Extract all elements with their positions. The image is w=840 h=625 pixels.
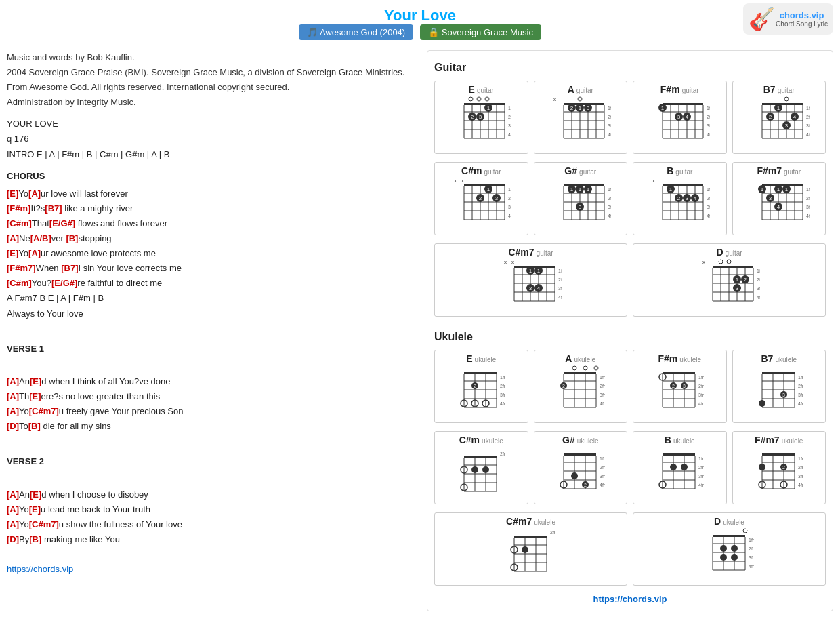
chord-v1-E2[interactable]: [E] (29, 391, 41, 401)
chord-v1-A[interactable]: [A] (7, 376, 19, 386)
verse1-line-1: [A]An[E]d when I think of all You?ve don… (7, 374, 420, 389)
chord-A2[interactable]: [A] (7, 233, 19, 243)
uke-chord-type-Csm: ukulele (482, 437, 503, 445)
svg-text:4fr: 4fr (698, 401, 705, 406)
chorus-line-3: [C#m]That[E/G#] flows and flows forever (7, 216, 420, 231)
svg-text:4: 4 (686, 114, 689, 120)
chord-v1-E[interactable]: [E] (30, 376, 41, 386)
uke-chord-name-A: A (565, 353, 572, 364)
verse2-section: VERSE 2 [A]An[E]d when I choose to disob… (7, 454, 420, 547)
chord-diagram-Csm7-ukulele: 2fr (501, 527, 562, 581)
svg-text:2: 2 (584, 483, 587, 487)
chord-Csm[interactable]: [C#m] (7, 218, 32, 228)
svg-text:2fr: 2fr (806, 196, 810, 201)
svg-point-319 (482, 466, 489, 473)
svg-point-385 (743, 529, 747, 533)
chord-v2-A[interactable]: [A] (7, 489, 19, 500)
chord-EG[interactable]: [E/G#] (49, 218, 75, 228)
chord-A3[interactable]: [A] (28, 248, 41, 258)
chord-name-B7: B7 (763, 84, 776, 95)
svg-text:x: x (454, 178, 457, 184)
chord-E2[interactable]: [E] (7, 248, 18, 258)
guitar-row-1: E guitar (434, 81, 826, 154)
svg-text:3fr: 3fr (558, 286, 562, 291)
chord-EG2[interactable]: [E/G#] (51, 278, 77, 288)
chord-diagram-D-ukulele: 1fr 2fr 3fr 4fr (699, 527, 760, 581)
svg-text:2: 2 (471, 114, 474, 120)
svg-point-367 (759, 464, 765, 470)
uke-chord-name-B: B (665, 435, 671, 445)
svg-text:4: 4 (793, 114, 797, 120)
chord-box-B7-guitar: B7 guitar 1fr (732, 81, 826, 154)
right-panel-footer-url[interactable]: https://chords.vip (434, 594, 826, 604)
logo: 🎸 chords.vip Chord Song Lyric (743, 3, 833, 35)
svg-text:4fr: 4fr (508, 132, 511, 137)
meta-info: Music and words by Bob Kauflin. 2004 Sov… (7, 50, 420, 110)
svg-rect-338 (663, 453, 695, 456)
chord-Fsm7[interactable]: [F#m7] (7, 263, 36, 273)
song-info: YOUR LOVE q 176 INTRO E | A | F#m | B | … (7, 117, 420, 161)
uke-chord-type-Fsm: ukulele (679, 356, 701, 363)
chord-box-B-ukulele: B ukulele 1fr 2fr 3fr 4f (633, 431, 727, 504)
chord-AB[interactable]: [A/B] (30, 233, 51, 243)
svg-text:1: 1 (528, 268, 532, 274)
uke-chord-type-A: ukulele (574, 356, 595, 363)
svg-text:1: 1 (587, 186, 590, 193)
svg-text:3fr: 3fr (608, 205, 611, 209)
chord-Fsm[interactable]: [F#m] (7, 203, 30, 214)
svg-rect-354 (762, 453, 795, 456)
svg-text:3fr: 3fr (508, 123, 511, 128)
svg-text:1fr: 1fr (806, 187, 810, 192)
uke-chord-type-Fsm7: ukulele (782, 437, 803, 445)
svg-point-25 (578, 97, 582, 101)
url-line[interactable]: https://chords.vip (7, 562, 420, 577)
tag-awesome-god[interactable]: 🎵 Awesome God (2004) (299, 24, 413, 40)
chord-v2-E[interactable]: [E] (30, 489, 41, 500)
chord-box-A-ukulele: A ukulele 1fr (534, 350, 628, 423)
svg-text:1: 1 (669, 186, 673, 193)
chord-v2-B[interactable]: [B] (29, 534, 41, 544)
chord-Csm2[interactable]: [C#m] (7, 278, 32, 288)
svg-text:1: 1 (487, 186, 490, 193)
tag-sovereign-grace[interactable]: 🔒 Sovereign Grace Music (420, 24, 541, 40)
chord-v1-Csm7[interactable]: [C#m7] (29, 406, 59, 416)
uke-chord-name-Gs: G# (562, 435, 575, 445)
chord-type-A: guitar (576, 87, 593, 94)
chord-v2-D[interactable]: [D] (7, 534, 19, 544)
chord-E[interactable]: [E] (7, 188, 18, 199)
chord-v2-E2[interactable]: [E] (29, 504, 41, 515)
chord-diagram-E-ukulele: 1fr 2fr 3fr 4fr 2 (450, 364, 511, 418)
svg-text:3fr: 3fr (757, 286, 760, 291)
chord-v1-A3[interactable]: [A] (7, 406, 19, 416)
chord-B[interactable]: [B] (66, 233, 78, 243)
chord-A[interactable]: [A] (28, 188, 41, 199)
chord-name-Fsm: F#m (660, 84, 680, 95)
chord-v2-A3[interactable]: [A] (7, 519, 19, 529)
uke-chord-name-Csm7: C#m7 (506, 516, 532, 527)
chord-v1-B[interactable]: [B] (28, 421, 41, 431)
svg-text:2fr: 2fr (757, 277, 760, 282)
svg-text:1fr: 1fr (798, 456, 804, 461)
uke-chord-name-B7: B7 (761, 353, 773, 364)
svg-text:2: 2 (769, 114, 772, 120)
chord-v1-D[interactable]: [D] (7, 421, 19, 431)
svg-text:x: x (702, 259, 705, 265)
svg-text:3: 3 (677, 114, 681, 120)
chord-v2-Csm7[interactable]: [C#m7] (29, 519, 59, 529)
chord-v1-A2[interactable]: [A] (7, 391, 19, 401)
svg-text:2fr: 2fr (806, 115, 810, 119)
chord-v2-A2[interactable]: [A] (7, 504, 19, 515)
chord-name-A: A (568, 84, 574, 95)
svg-text:3: 3 (735, 285, 738, 291)
logo-sub: Chord Song Lyric (776, 20, 828, 28)
svg-text:1fr: 1fr (558, 268, 562, 273)
svg-rect-386 (713, 535, 745, 537)
svg-point-1 (477, 97, 481, 101)
svg-rect-162 (762, 184, 803, 186)
chord-B7[interactable]: [B7] (45, 203, 62, 214)
svg-text:1: 1 (785, 186, 789, 193)
svg-point-305 (759, 400, 765, 407)
chord-B72[interactable]: [B7] (61, 263, 78, 273)
svg-text:1fr: 1fr (806, 106, 810, 110)
svg-text:2: 2 (479, 195, 482, 201)
